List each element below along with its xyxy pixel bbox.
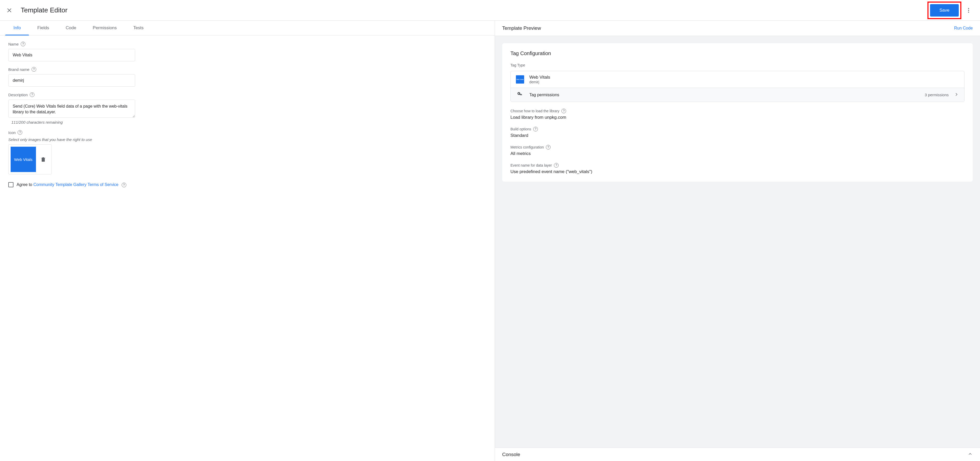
preview-title: Template Preview xyxy=(502,25,541,31)
tab-bar: Info Fields Code Permissions Tests xyxy=(0,21,495,35)
terms-link[interactable]: Community Template Gallery Terms of Serv… xyxy=(33,182,118,187)
tag-permissions-row[interactable]: Tag permissions 3 permissions xyxy=(511,88,964,102)
chevron-right-icon xyxy=(954,92,959,98)
save-button[interactable]: Save xyxy=(930,4,959,17)
help-icon[interactable]: ? xyxy=(32,67,36,72)
icon-hint: Select only images that you have the rig… xyxy=(8,137,486,142)
character-count: 111/200 characters remaining xyxy=(11,120,486,124)
close-icon xyxy=(6,7,13,13)
run-code-button[interactable]: Run Code xyxy=(954,26,973,30)
tab-info[interactable]: Info xyxy=(5,21,29,35)
build-options-label: Build options xyxy=(511,127,531,131)
brand-input[interactable] xyxy=(8,74,135,87)
key-icon xyxy=(517,92,523,98)
name-input[interactable] xyxy=(8,49,135,61)
event-name-label: Event name for data layer xyxy=(511,163,552,167)
tab-tests[interactable]: Tests xyxy=(125,21,152,35)
editor-pane: Info Fields Code Permissions Tests Name … xyxy=(0,21,495,461)
page-title: Template Editor xyxy=(21,6,928,14)
help-icon[interactable]: ? xyxy=(21,42,25,46)
help-icon[interactable]: ? xyxy=(30,92,34,97)
tag-brand: demirj xyxy=(529,80,550,84)
help-icon[interactable]: ? xyxy=(533,127,538,132)
tag-type-row: Web Vitals Web Vitals demirj xyxy=(511,71,964,88)
trash-icon xyxy=(40,156,46,162)
save-button-highlight: Save xyxy=(928,2,961,19)
help-icon[interactable]: ? xyxy=(546,145,550,149)
console-title: Console xyxy=(502,452,520,457)
svg-point-1 xyxy=(968,10,969,11)
tab-permissions[interactable]: Permissions xyxy=(84,21,125,35)
chevron-up-icon xyxy=(967,451,973,457)
preview-pane: Template Preview Run Code Tag Configurat… xyxy=(495,21,980,461)
name-label: Name xyxy=(8,42,19,46)
build-options-value: Standard xyxy=(511,133,964,138)
tag-icon: Web Vitals xyxy=(516,75,524,84)
tag-configuration-title: Tag Configuration xyxy=(511,51,964,56)
more-vertical-icon xyxy=(966,7,972,13)
load-library-value: Load library from unpkg.com xyxy=(511,115,964,120)
icon-preview: Web Vitals xyxy=(11,147,36,172)
help-icon[interactable]: ? xyxy=(18,130,22,135)
more-menu-button[interactable] xyxy=(963,5,974,16)
tag-type-label: Tag Type xyxy=(511,63,964,67)
console-section[interactable]: Console xyxy=(495,448,980,461)
agree-checkbox[interactable] xyxy=(8,182,13,187)
agree-label: Agree to Community Template Gallery Term… xyxy=(17,182,126,187)
permissions-label: Tag permissions xyxy=(529,92,920,97)
tag-name: Web Vitals xyxy=(529,75,550,80)
help-icon[interactable]: ? xyxy=(554,163,558,168)
delete-icon-button[interactable] xyxy=(40,156,46,162)
icon-upload-box: Web Vitals xyxy=(8,145,52,174)
description-textarea[interactable] xyxy=(8,100,135,118)
svg-point-0 xyxy=(968,8,969,9)
load-library-label: Choose how to load the library xyxy=(511,109,559,113)
permissions-count: 3 permissions xyxy=(924,92,949,97)
svg-point-2 xyxy=(968,12,969,13)
tab-fields[interactable]: Fields xyxy=(29,21,57,35)
tab-code[interactable]: Code xyxy=(57,21,84,35)
close-button[interactable] xyxy=(6,7,13,13)
metrics-config-label: Metrics configuration xyxy=(511,145,544,149)
help-icon[interactable]: ? xyxy=(562,109,566,113)
brand-label: Brand name xyxy=(8,67,30,72)
metrics-config-value: All metrics xyxy=(511,151,964,156)
description-label: Description xyxy=(8,92,28,97)
help-icon[interactable]: ? xyxy=(122,183,126,187)
icon-label: Icon xyxy=(8,130,16,135)
event-name-value: Use predefined event name ("web_vitals") xyxy=(511,169,964,174)
